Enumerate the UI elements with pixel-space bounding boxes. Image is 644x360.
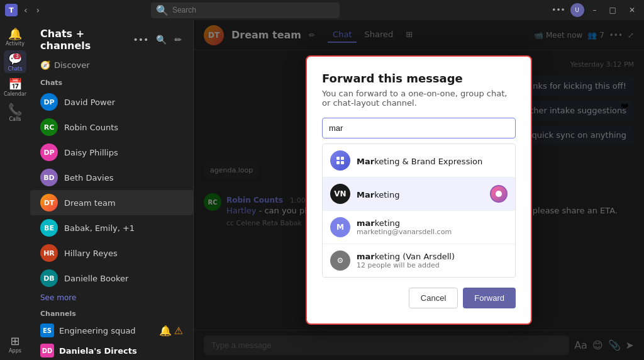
avatar-daisy: DP [40, 143, 58, 161]
teams-icon [335, 155, 345, 166]
result-item-email[interactable]: M marketing marketing@vanarsdell.com [323, 210, 515, 244]
calendar-icon: 📅 [8, 77, 22, 91]
maximize-button[interactable]: □ [606, 4, 620, 16]
see-more-button[interactable]: See more [30, 291, 193, 305]
channel-name-danielas: Daniela's Directs [59, 346, 183, 356]
result-item-vanarsdell[interactable]: ⚙ marketing (Van Arsdell) 12 people will… [323, 244, 515, 277]
nav-activity-label: Activity [6, 41, 25, 47]
apps-icon: ⊞ [10, 334, 19, 347]
svg-rect-1 [341, 157, 344, 160]
user-avatar[interactable]: U [570, 3, 584, 17]
channel-icon-engineering: ES [40, 323, 54, 337]
modal-actions: Cancel Forward [322, 288, 516, 308]
nav-calendar[interactable]: 📅 Calendar [4, 76, 26, 98]
forward-button[interactable]: Forward [463, 288, 516, 308]
chat-item-danielle[interactable]: DB Danielle Booker [30, 266, 193, 291]
result-icon-vanarsdell: ⚙ [330, 250, 350, 271]
result-item-brand[interactable]: Marketing & Brand Expression [323, 144, 515, 177]
search-input[interactable] [172, 6, 335, 14]
svg-rect-0 [336, 157, 340, 160]
chat-name-david: David Power [64, 98, 183, 107]
result-list: Marketing & Brand Expression VN Marketin… [322, 143, 516, 278]
channel-danielas[interactable]: DD Daniela's Directs [30, 340, 193, 360]
more-options-button[interactable]: ••• [552, 6, 565, 14]
back-button[interactable]: ‹ [21, 4, 30, 16]
channels-section-label: Channels [30, 305, 193, 320]
discover-icon: 🧭 [40, 60, 50, 70]
chat-item-babak[interactable]: BE Babak, Emily, +1 [30, 215, 193, 240]
activity-icon: 🔔 [8, 27, 22, 40]
avatar-danielle: DB [40, 269, 58, 287]
chat-item-robin[interactable]: RC Robin Counts [30, 115, 193, 140]
more-icon[interactable]: ••• [131, 33, 150, 46]
result-name-email: marketing marketing@vanarsdell.com [357, 218, 452, 236]
svg-rect-2 [336, 161, 340, 164]
search-bar[interactable]: 🔍 [151, 3, 340, 18]
discover-label: Discover [54, 60, 90, 70]
modal-title: Forward this message [322, 72, 516, 85]
alert-icon: ⚠ [174, 325, 183, 337]
channel-alerts-engineering: 🔔 ⚠ [159, 325, 183, 337]
chat-item-dream[interactable]: DT Dream team [30, 190, 193, 215]
chat-item-hillary[interactable]: HR Hillary Reyes [30, 240, 193, 266]
result-icon-brand [330, 150, 350, 171]
channel-icon-danielas: DD [40, 344, 54, 357]
result-name-marketing: Marketing [357, 188, 399, 200]
svg-rect-3 [341, 161, 344, 164]
minimize-button[interactable]: – [589, 4, 601, 16]
main-content: DT Dream team ✏️ Chat Shared ⊞ 📹 Meet no… [194, 20, 644, 360]
sidebar-header: Chats + channels ••• 🔍 ✏️ [30, 20, 193, 57]
channel-name-engineering: Engineering squad [59, 326, 154, 335]
result-item-marketing[interactable]: VN Marketing [323, 177, 515, 210]
forward-button[interactable]: › [34, 4, 43, 16]
avatar-hillary: HR [40, 244, 58, 262]
nav-chats-label: Chats [8, 66, 23, 72]
chat-item-david[interactable]: DP David Power [30, 89, 193, 115]
search-icon: 🔍 [156, 4, 169, 16]
nav-chats[interactable]: 💬3 Chats [4, 50, 26, 73]
avatar-david: DP [40, 93, 58, 111]
left-nav: 🔔 Activity 💬3 Chats 📅 Calendar 📞 Calls ⊞… [0, 20, 30, 360]
avatar-babak: BE [40, 219, 58, 237]
chats-icon: 💬3 [8, 52, 22, 65]
chat-name-babak: Babak, Emily, +1 [64, 223, 183, 233]
teams-logo: T [5, 4, 18, 16]
chat-name-beth: Beth Davies [64, 173, 183, 183]
nav-apps-label: Apps [9, 348, 21, 354]
nav-calls-label: Calls [9, 116, 21, 122]
chat-name-dream: Dream team [64, 198, 183, 208]
bell-icon: 🔔 [159, 325, 172, 337]
result-icon-marketing: VN [330, 184, 350, 204]
discover-button[interactable]: 🧭 Discover [30, 57, 193, 74]
search-chats-icon[interactable]: 🔍 [155, 33, 168, 46]
channel-engineering[interactable]: ES Engineering squad 🔔 ⚠ [30, 320, 193, 340]
sidebar-actions: ••• 🔍 ✏️ [131, 33, 183, 46]
modal-subtitle: You can forward to a one-on-one, group c… [322, 89, 516, 108]
title-bar: T ‹ › 🔍 ••• U – □ ✕ [0, 0, 644, 20]
avatar-dream: DT [40, 194, 58, 211]
chat-item-beth[interactable]: BD Beth Davies [30, 165, 193, 190]
new-chat-icon[interactable]: ✏️ [173, 33, 183, 46]
app-body: 🔔 Activity 💬3 Chats 📅 Calendar 📞 Calls ⊞… [0, 20, 644, 360]
nav-apps[interactable]: ⊞ Apps [4, 332, 26, 355]
close-button[interactable]: ✕ [625, 4, 639, 16]
chat-name-daisy: Daisy Phillips [64, 148, 183, 157]
sidebar-title: Chats + channels [40, 28, 131, 52]
title-bar-right: ••• U – □ ✕ [552, 3, 639, 17]
calls-icon: 📞 [8, 103, 22, 116]
avatar-beth: BD [40, 169, 58, 186]
chat-name-danielle: Danielle Booker [64, 274, 183, 283]
nav-calls[interactable]: 📞 Calls [4, 101, 26, 123]
result-icon-email: M [330, 217, 350, 237]
result-name-brand: Marketing & Brand Expression [357, 155, 482, 167]
selected-checkmark [490, 185, 508, 203]
chat-name-hillary: Hillary Reyes [64, 249, 183, 258]
modal-search-input[interactable] [322, 118, 516, 138]
nav-calendar-label: Calendar [4, 91, 26, 97]
nav-activity[interactable]: 🔔 Activity [4, 25, 26, 48]
title-bar-left: T ‹ › [5, 4, 42, 16]
cancel-button[interactable]: Cancel [409, 288, 458, 308]
avatar-robin: RC [40, 118, 58, 136]
chat-item-daisy[interactable]: DP Daisy Phillips [30, 140, 193, 165]
result-name-vanarsdell: marketing (Van Arsdell) 12 people will b… [357, 252, 455, 269]
